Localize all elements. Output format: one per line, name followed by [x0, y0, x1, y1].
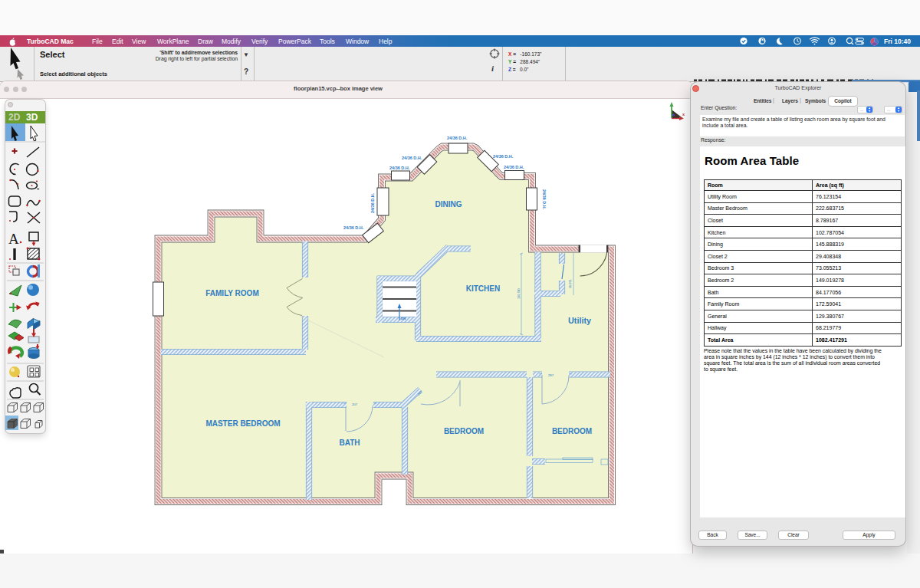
svg-text:56.091: 56.091 [569, 279, 572, 288]
svg-text:24/36 D.H.: 24/36 D.H. [402, 156, 422, 160]
svg-text:24/36 D.H.: 24/36 D.H. [493, 154, 514, 159]
svg-text:DINING: DINING [435, 200, 462, 209]
svg-text:207: 207 [352, 402, 358, 406]
svg-text:DN: DN [401, 317, 406, 320]
svg-text:FAMILY ROOM: FAMILY ROOM [205, 289, 258, 297]
svg-text:BATH: BATH [339, 439, 360, 447]
svg-text:24/36 D.H.: 24/36 D.H. [542, 189, 547, 210]
svg-text:24/36 D.H.: 24/36 D.H. [343, 225, 364, 230]
svg-text:Utility: Utility [568, 316, 591, 325]
svg-text:24/36 D.H.: 24/36 D.H. [370, 192, 375, 213]
svg-text:24/36 D.H.: 24/36 D.H. [447, 136, 468, 140]
svg-text:A: A [8, 231, 19, 247]
svg-text:100.740: 100.740 [518, 288, 521, 299]
svg-text:KITCHEN: KITCHEN [466, 284, 500, 293]
svg-text:MASTER BEDROOM: MASTER BEDROOM [205, 419, 280, 428]
svg-text:24/36 D.H.: 24/36 D.H. [389, 166, 410, 170]
svg-text:x: x [682, 112, 685, 117]
svg-text:BEDROOM: BEDROOM [552, 427, 592, 435]
svg-text:BEDROOM: BEDROOM [444, 427, 484, 435]
svg-text:287: 287 [548, 373, 554, 377]
svg-text:24/36 D.H.: 24/36 D.H. [504, 165, 524, 169]
